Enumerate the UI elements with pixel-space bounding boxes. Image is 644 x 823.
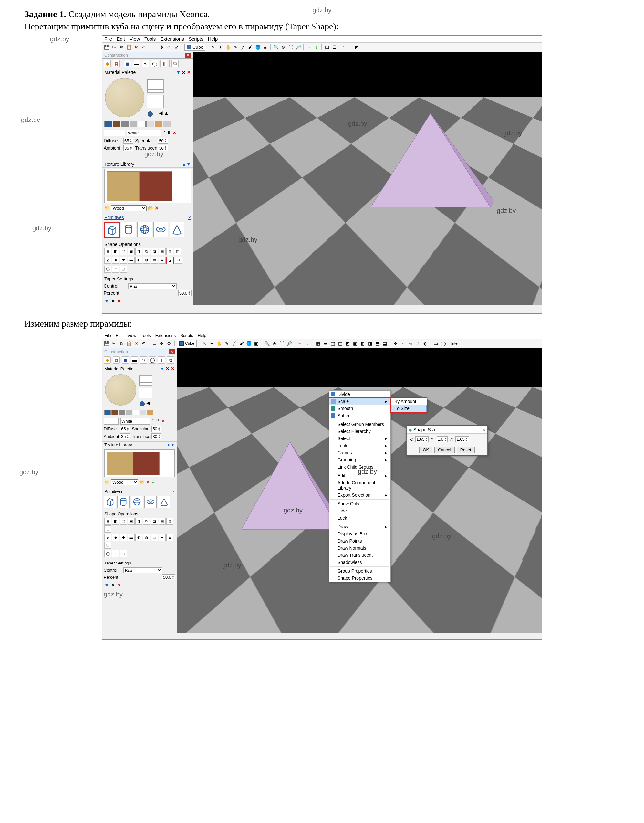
move-icon[interactable]: ✥ [159,341,165,346]
wire-icon[interactable]: ⬚ [330,341,336,346]
hand-icon[interactable]: ✋ [216,341,222,346]
op-icon[interactable]: ▢ [120,550,127,557]
percent-spin[interactable]: 50.0▲▼ [162,574,175,580]
dropdown-icon[interactable]: ˅ [152,419,154,424]
primitive-torus[interactable] [144,496,156,508]
close-icon[interactable]: ✕ [117,298,121,304]
wire-icon[interactable]: ⬚ [339,44,345,50]
primitive-cylinder[interactable] [117,496,129,508]
copy-icon[interactable]: ⧉ [118,341,124,346]
percent-spin[interactable]: 50.0▲▼ [178,290,192,296]
op-icon[interactable]: ● [159,256,166,264]
ctx-by-amount[interactable]: By Amount [391,398,427,405]
tab-bricks-icon[interactable]: ▦ [113,60,120,67]
translucent-spin[interactable]: 30▲▼ [158,145,168,151]
up-icon[interactable]: ▲ [182,161,186,167]
delete-icon[interactable]: ✕ [182,70,186,75]
axis-icon[interactable]: ↔ [306,44,312,50]
x-spin[interactable]: 1.65▲▼ [416,436,429,442]
menu-scripts[interactable]: Scripts [180,333,193,338]
tab-copy-icon[interactable]: ⧉ [167,356,174,364]
line-icon[interactable]: ╱ [240,44,246,50]
op-icon[interactable]: ◨ [135,517,143,525]
control-select[interactable]: Box [123,567,162,573]
tab-palette-icon[interactable]: ◆ [104,356,111,364]
swatch[interactable] [133,410,139,415]
tab-ring-icon[interactable]: ◯ [151,60,158,67]
minus-icon[interactable]: − [156,480,159,485]
zoom-out-icon[interactable]: ⊖ [281,44,286,50]
menu-tools[interactable]: Tools [141,333,150,338]
ctx-group-props[interactable]: Group Properties [329,567,391,574]
mini-grid-2[interactable] [147,95,164,108]
search-icon[interactable]: 🔎 [295,44,301,50]
up-icon[interactable]: ▲ [166,442,170,447]
extra-icon[interactable]: ◐ [422,341,428,346]
line-icon[interactable]: ╱ [231,341,237,346]
cursor-icon[interactable]: ↖ [210,44,216,50]
op-icon[interactable]: ✚ [120,256,127,264]
ctx-draw-points[interactable]: Draw Points [329,537,391,545]
pencil-icon[interactable]: ✎ [224,341,230,346]
cut-icon[interactable]: ✂ [111,341,117,346]
op-icon[interactable]: ▭ [151,534,158,541]
specular-spin[interactable]: 50▲▼ [158,138,168,144]
scale-icon[interactable]: ⤢ [174,44,179,50]
save-icon[interactable]: 💾 [104,44,109,50]
primitive-sphere[interactable] [137,222,152,237]
solid-icon[interactable]: ◫ [346,44,352,50]
object-name[interactable]: Cube [177,340,197,347]
swatch-brown[interactable] [113,121,121,127]
op-icon[interactable]: ◆ [112,256,119,264]
zoom-in-icon[interactable]: 🔍 [273,44,279,50]
diffuse-spin[interactable]: 65▲▼ [120,426,130,432]
swatch-gray[interactable] [121,121,129,127]
ctx-shadowless[interactable]: Shadowless [329,559,391,566]
rotate-icon[interactable]: ⟳ [166,44,172,50]
y-spin[interactable]: 1.0▲▼ [437,436,448,442]
op-icon[interactable]: ▦ [104,517,112,525]
texture-category-select[interactable]: Wood [111,205,147,211]
ambient-spin[interactable]: 35▲▼ [123,145,133,151]
swatch-gray2[interactable] [163,121,171,127]
extra-icon[interactable]: ⤾ [400,341,406,346]
swatch-white[interactable] [138,121,146,127]
op-icon[interactable]: ⧉ [143,517,150,525]
box-icon[interactable]: ▣ [262,44,268,50]
tab-cyl-icon[interactable]: ▬ [131,356,138,364]
tab-bricks-icon[interactable]: ▦ [113,356,120,364]
grid-icon[interactable]: ▦ [315,341,321,346]
material-name-input[interactable] [127,130,161,137]
palette-icon[interactable]: ⠿ [156,419,159,424]
op-icon[interactable]: ▣ [127,517,135,525]
extra-icon[interactable]: ▣ [353,341,358,346]
plus-icon[interactable]: ＋ [151,479,155,485]
primitive-cube[interactable] [104,222,120,238]
delete-icon[interactable]: ✕ [166,366,170,371]
op-icon[interactable]: ▦ [104,248,112,255]
op-icon[interactable]: ⬡ [175,256,182,264]
ok-button[interactable]: OK [419,447,432,453]
reset-button[interactable]: Reset [457,447,475,453]
ctx-draw[interactable]: Draw▸ [329,523,391,530]
close-icon[interactable]: × [188,215,191,220]
search-icon[interactable]: 🔎 [287,341,292,346]
ctx-display-box[interactable]: Display as Box [329,530,391,537]
ctx-show-only[interactable]: Show Only [329,500,391,507]
menu-view[interactable]: View [127,333,136,338]
ctx-soften[interactable]: Soften [329,412,391,419]
material-unused-input[interactable] [104,130,125,137]
extra-icon[interactable]: ⬒ [375,341,380,346]
texture-rust[interactable] [133,452,159,475]
dropdown-icon[interactable]: ˅ [163,130,166,135]
specular-spin[interactable]: 50▲▼ [152,426,161,432]
cursor-icon[interactable]: ↖ [201,341,207,346]
folder-icon[interactable]: 📁 [104,206,110,211]
menu-file[interactable]: File [104,36,112,42]
ctx-export[interactable]: Export Selection▸ [329,491,391,499]
material-unused-input[interactable] [104,418,118,425]
viewport[interactable]: gdz.by gdz.by gdz.by gdz.by [193,52,541,306]
grid-icon[interactable]: ▦ [324,44,330,50]
solid-icon[interactable]: ◫ [337,341,343,346]
folder-open-icon[interactable]: 📂 [140,480,145,485]
